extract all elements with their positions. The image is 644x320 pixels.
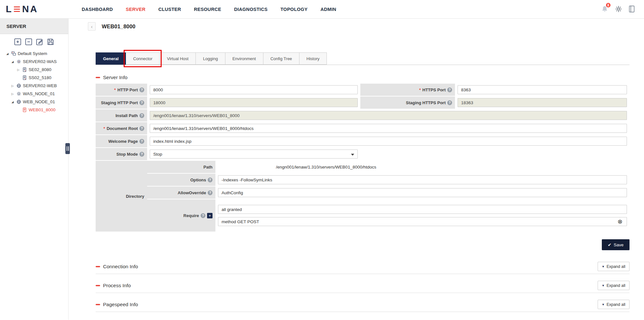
help-icon[interactable]: ? — [139, 100, 144, 105]
sidebar-resize-handle[interactable] — [65, 143, 70, 154]
label-text: HTTPS Port — [422, 87, 446, 92]
tree-node-default-system[interactable]: ◢ Default System — [5, 50, 68, 58]
remove-require-icon[interactable]: ⊗ — [618, 219, 622, 224]
manual-button[interactable] — [629, 5, 635, 14]
tree-remove-button[interactable] — [25, 38, 33, 47]
tree-node-ss02-5180[interactable]: SS02_5180 — [5, 74, 68, 82]
allowoverride-input[interactable] — [218, 188, 627, 197]
nav-topology[interactable]: TOPOLOGY — [280, 7, 308, 12]
label-text: Path — [204, 165, 213, 169]
tree-add-button[interactable] — [14, 38, 22, 47]
directory-require-row: Require ? + ⊗ — [147, 199, 630, 232]
help-icon[interactable]: ? — [139, 126, 144, 131]
tree-collapsed-arrow-icon[interactable]: ▷ — [10, 92, 15, 96]
help-icon[interactable]: ? — [139, 87, 144, 92]
form-row-welcome-page: Welcome Page ? — [96, 135, 630, 147]
help-icon[interactable]: ? — [447, 87, 452, 92]
help-icon[interactable]: ? — [208, 190, 213, 195]
label-text: Install Path — [116, 113, 138, 118]
http-port-field — [147, 84, 360, 96]
connection-info-expand-all-button[interactable]: ▼ Expand all — [598, 262, 630, 271]
tab-config-tree[interactable]: Config Tree — [263, 52, 299, 65]
add-require-button[interactable]: + — [207, 213, 213, 218]
tree-node-server02-was[interactable]: ◢ SERVER02-WAS — [5, 58, 68, 66]
help-icon[interactable]: ? — [139, 113, 144, 118]
tree-node-was-node-01[interactable]: ▷ WAS_NODE_01 — [5, 90, 68, 98]
help-icon[interactable]: ? — [201, 213, 205, 218]
require-entry-2: ⊗ — [215, 217, 630, 226]
sidebar-title: SERVER — [0, 19, 68, 34]
tab-virtual-host[interactable]: Virtual Host — [159, 52, 196, 65]
label-text: Staging HTTP Port — [101, 100, 138, 105]
staging-http-port-field — [147, 96, 360, 109]
main-nav: DASHBOARD SERVER CLUSTER RESOURCE DIAGNO… — [82, 7, 336, 12]
stop-mode-spacer — [360, 148, 630, 160]
page-title: WEB01_8000 — [102, 23, 136, 30]
logo-e-bars-icon — [14, 6, 20, 12]
server-sidebar: SERVER — [0, 19, 69, 320]
help-icon[interactable]: ? — [208, 178, 213, 182]
tree-node-web-node-01[interactable]: ◢ WEB_NODE_01 — [5, 98, 68, 106]
https-port-input[interactable] — [458, 85, 627, 94]
tree-expanded-arrow-icon[interactable]: ◢ — [5, 52, 10, 55]
require-label: Require ? + — [147, 199, 215, 232]
document-root-input[interactable] — [150, 124, 627, 133]
save-button[interactable]: ✔ Save — [602, 239, 630, 250]
nav-resource[interactable]: RESOURCE — [194, 7, 221, 12]
tree-expanded-arrow-icon[interactable]: ◢ — [10, 100, 15, 104]
notifications-button[interactable]: 8 — [601, 5, 609, 14]
tree-save-button[interactable] — [47, 38, 54, 47]
settings-button[interactable] — [615, 5, 622, 14]
tab-history[interactable]: History — [299, 52, 327, 65]
form-row-document-root: * Document Root ? — [96, 122, 630, 134]
welcome-page-input[interactable] — [150, 137, 627, 146]
label-text: Require — [184, 213, 199, 218]
tree-edit-button[interactable] — [36, 38, 43, 47]
tab-logging[interactable]: Logging — [195, 52, 225, 65]
required-asterisk: * — [103, 126, 105, 131]
directory-sub-table: Path /engn001/lenaw/1.310/servers/WEB01_… — [147, 161, 630, 232]
section-dash-icon — [96, 304, 100, 305]
path-label: Path — [147, 161, 215, 173]
nav-cluster[interactable]: CLUSTER — [158, 7, 181, 12]
http-port-input[interactable] — [150, 85, 358, 94]
allowoverride-field — [215, 187, 630, 199]
collapse-sidebar-button[interactable]: ‹ — [88, 22, 96, 31]
tab-bar: General Connector Virtual Host Logging E… — [96, 52, 630, 65]
nav-diagnostics[interactable]: DIAGNOSTICS — [234, 7, 268, 12]
save-disk-icon — [47, 38, 54, 47]
tree-node-web01-8000[interactable]: WEB01_8000 — [5, 106, 68, 114]
notification-badge: 8 — [605, 2, 611, 8]
help-icon[interactable]: ? — [139, 139, 144, 144]
connection-info-header: Connection Info — [96, 261, 138, 273]
tree-node-server02-web[interactable]: ▷ SERVER02-WEB — [5, 82, 68, 90]
nav-admin[interactable]: ADMIN — [320, 7, 336, 12]
tree-collapsed-arrow-icon[interactable]: ▷ — [10, 84, 15, 87]
options-field — [215, 174, 630, 186]
tab-environment[interactable]: Environment — [225, 52, 263, 65]
directory-options-row: Options ? — [147, 174, 630, 186]
stop-mode-select[interactable]: Stop — [150, 150, 358, 159]
tab-general[interactable]: General — [96, 52, 126, 65]
tree-node-label: WEB01_8000 — [29, 107, 55, 112]
nav-server[interactable]: SERVER — [126, 7, 146, 12]
require-input-1[interactable] — [218, 205, 627, 214]
help-icon[interactable]: ? — [447, 100, 452, 105]
tree-node-label: WAS_NODE_01 — [23, 91, 55, 96]
pagespeed-info-expand-all-button[interactable]: ▼ Expand all — [598, 300, 630, 309]
globe-icon — [16, 83, 21, 88]
tree-expanded-arrow-icon[interactable]: ◢ — [10, 60, 15, 63]
help-icon[interactable]: ? — [139, 152, 144, 157]
lena-logo[interactable]: L N A — [6, 4, 38, 14]
tree-collapsed-arrow-icon[interactable]: ▷ — [16, 68, 21, 71]
tab-connector[interactable]: Connector — [126, 52, 160, 65]
allowoverride-label: AllowOverride ? — [147, 187, 215, 199]
process-info-expand-all-button[interactable]: ▼ Expand all — [598, 281, 630, 290]
was-gear-icon — [16, 91, 21, 96]
tree-node-se02-8080[interactable]: ▷ SE02_8080 — [5, 66, 68, 74]
server-tree: ◢ Default System ◢ SERVER02-WAS ▷ SE02_8… — [0, 48, 68, 114]
stop-mode-label: Stop Mode ? — [96, 148, 147, 160]
require-input-2[interactable] — [218, 217, 627, 226]
nav-dashboard[interactable]: DASHBOARD — [82, 7, 113, 12]
options-input[interactable] — [218, 175, 627, 184]
